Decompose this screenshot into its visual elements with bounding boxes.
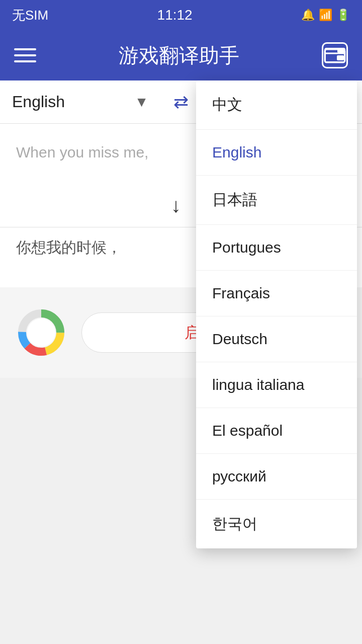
- battery-icon: 🔋: [336, 9, 350, 22]
- svg-rect-0: [325, 49, 345, 62]
- lang-option-portugues[interactable]: Portugues: [196, 225, 357, 271]
- source-language-label: English: [12, 93, 129, 111]
- lang-option-english[interactable]: English: [196, 130, 357, 176]
- lang-option-italian[interactable]: lingua italiana: [196, 362, 357, 408]
- app-title: 游戏翻译助手: [119, 42, 239, 69]
- lang-option-korean[interactable]: 한국어: [196, 500, 357, 548]
- menu-button[interactable]: [14, 48, 36, 62]
- status-bar: 无SIM 11:12 🔔 📶 🔋: [0, 0, 362, 30]
- source-language-dropdown-arrow: ▼: [135, 94, 149, 110]
- notification-icon: 🔔: [301, 9, 315, 22]
- donut-chart: [16, 307, 66, 358]
- lang-option-russian[interactable]: русский: [196, 454, 357, 500]
- wallet-button[interactable]: [322, 42, 348, 68]
- lang-option-spanish[interactable]: El español: [196, 408, 357, 454]
- app-bar: 游戏翻译助手: [0, 30, 362, 80]
- swap-icon: ⇄: [173, 92, 189, 113]
- lang-option-chinese[interactable]: 中文: [196, 80, 357, 130]
- lang-option-french[interactable]: Français: [196, 271, 357, 316]
- svg-point-7: [27, 318, 55, 347]
- status-icons: 🔔 📶 🔋: [301, 9, 350, 22]
- lang-option-japanese[interactable]: 日本語: [196, 176, 357, 225]
- lang-option-german[interactable]: Deutsch: [196, 316, 357, 362]
- carrier-label: 无SIM: [12, 7, 48, 24]
- source-language-selector[interactable]: English ▼: [0, 80, 161, 123]
- svg-rect-1: [337, 55, 344, 60]
- wifi-icon: 📶: [319, 9, 332, 22]
- time-label: 11:12: [157, 7, 193, 23]
- language-dropdown-menu: 中文 English 日本語 Portugues Français Deutsc…: [196, 80, 357, 548]
- swap-languages-button[interactable]: ⇄: [161, 80, 201, 123]
